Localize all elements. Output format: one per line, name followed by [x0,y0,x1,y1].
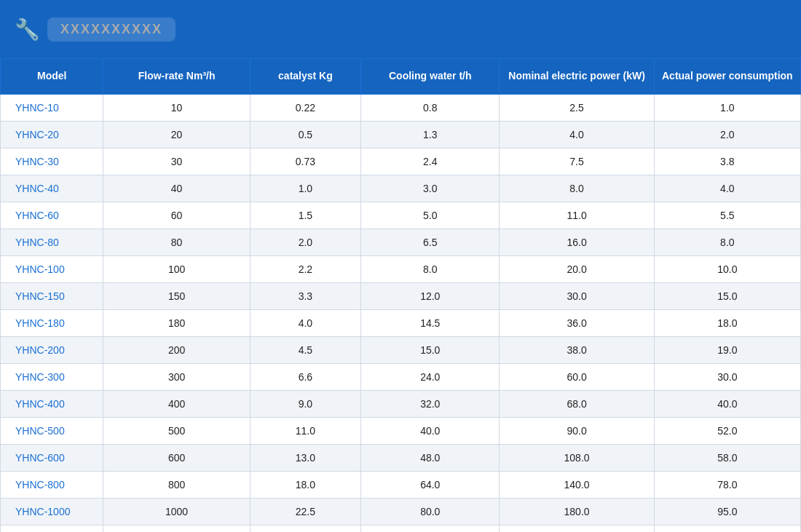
cell-actual: 4.0 [654,175,800,202]
cell-actual: 19.0 [654,336,800,363]
table-row: YHNC-10100.220.82.51.0 [1,94,801,121]
cell-nominal: 350.0 [500,525,654,532]
cell-nominal: 90.0 [500,417,654,444]
cell-cooling: 64.0 [361,471,500,498]
cell-nominal: 8.0 [500,175,654,202]
data-table: Model Flow-rate Nm³/h catalyst Kg Coolin… [0,58,801,532]
cell-actual: 58.0 [654,444,800,471]
cell-model: YHNC-400 [1,390,103,417]
logo-area: 🔧 XXXXXXXXXX [15,17,175,41]
cell-flowrate: 100 [103,255,250,282]
cell-nominal: 20.0 [500,255,654,282]
cell-actual: 1.0 [654,94,800,121]
cell-nominal: 140.0 [500,471,654,498]
table-row: YHNC-30300.732.47.53.8 [1,148,801,175]
cell-cooling: 12.0 [361,282,500,309]
cell-actual: 3.8 [654,148,800,175]
table-row: YHNC-40401.03.08.04.0 [1,175,801,202]
cell-cooling: 48.0 [361,444,500,471]
table-row: YHNC-3003006.624.060.030.0 [1,363,801,390]
cell-cooling: 160.0 [361,525,500,532]
cell-catalyst: 45.0 [250,525,360,532]
cell-flowrate: 30 [103,148,250,175]
cell-nominal: 11.0 [500,202,654,229]
cell-cooling: 5.0 [361,202,500,229]
table-header-row: Model Flow-rate Nm³/h catalyst Kg Coolin… [1,59,801,95]
cell-actual: 95.0 [654,498,800,525]
cell-model: YHNC-500 [1,417,103,444]
cell-model: YHNC-20 [1,121,103,148]
cell-catalyst: 4.5 [250,336,360,363]
cell-actual: 15.0 [654,282,800,309]
cell-actual: 40.0 [654,390,800,417]
cell-flowrate: 300 [103,363,250,390]
cell-flowrate: 180 [103,309,250,336]
table-row: YHNC-20200.51.34.02.0 [1,121,801,148]
cell-flowrate: 600 [103,444,250,471]
cell-cooling: 2.4 [361,148,500,175]
cell-flowrate: 80 [103,229,250,255]
cell-cooling: 1.3 [361,121,500,148]
table-row: YHNC-1501503.312.030.015.0 [1,282,801,309]
cell-catalyst: 13.0 [250,444,360,471]
cell-cooling: 80.0 [361,498,500,525]
col-header-nominal: Nominal electric power (kW) [500,59,654,95]
cell-catalyst: 0.22 [250,94,360,121]
cell-catalyst: 2.0 [250,229,360,255]
cell-catalyst: 9.0 [250,390,360,417]
cell-catalyst: 0.73 [250,148,360,175]
table-row: YHNC-1000100022.580.0180.095.0 [1,498,801,525]
cell-cooling: 24.0 [361,363,500,390]
cell-flowrate: 10 [103,94,250,121]
cell-cooling: 3.0 [361,175,500,202]
cell-model: YHNC-300 [1,363,103,390]
cell-actual: 52.0 [654,417,800,444]
cell-nominal: 60.0 [500,363,654,390]
table-row: YHNC-2002004.515.038.019.0 [1,336,801,363]
cell-catalyst: 0.5 [250,121,360,148]
cell-catalyst: 1.0 [250,175,360,202]
cell-nominal: 68.0 [500,390,654,417]
cell-actual: 2.0 [654,121,800,148]
cell-model: YHNC-100 [1,255,103,282]
cell-flowrate: 2000 [103,525,250,532]
cell-cooling: 40.0 [361,417,500,444]
cell-model: YHNC-200 [1,336,103,363]
cell-model: YHNC-180 [1,309,103,336]
table-row: YHNC-4004009.032.068.040.0 [1,390,801,417]
table-row: YHNC-2000200045.0160.0350.0180.0 [1,525,801,532]
cell-catalyst: 22.5 [250,498,360,525]
cell-nominal: 7.5 [500,148,654,175]
cell-model: YHNC-800 [1,471,103,498]
cell-catalyst: 4.0 [250,309,360,336]
cell-model: YHNC-2000 [1,525,103,532]
cell-nominal: 108.0 [500,444,654,471]
cell-catalyst: 18.0 [250,471,360,498]
cell-flowrate: 200 [103,336,250,363]
col-header-model: Model [1,59,103,95]
cell-model: YHNC-600 [1,444,103,471]
logo-text: XXXXXXXXXX [47,17,175,41]
cell-model: YHNC-40 [1,175,103,202]
cell-model: YHNC-80 [1,229,103,255]
cell-actual: 30.0 [654,363,800,390]
cell-flowrate: 150 [103,282,250,309]
table-row: YHNC-1801804.014.536.018.0 [1,309,801,336]
col-header-actual: Actual power consumption [654,59,800,95]
cell-flowrate: 40 [103,175,250,202]
cell-nominal: 2.5 [500,94,654,121]
cell-nominal: 36.0 [500,309,654,336]
cell-cooling: 0.8 [361,94,500,121]
cell-nominal: 38.0 [500,336,654,363]
cell-model: YHNC-60 [1,202,103,229]
cell-catalyst: 11.0 [250,417,360,444]
cell-catalyst: 2.2 [250,255,360,282]
table-row: YHNC-50050011.040.090.052.0 [1,417,801,444]
cell-nominal: 180.0 [500,498,654,525]
cell-catalyst: 3.3 [250,282,360,309]
table-row: YHNC-60601.55.011.05.5 [1,202,801,229]
table-row: YHNC-80802.06.516.08.0 [1,229,801,255]
cell-actual: 78.0 [654,471,800,498]
cell-model: YHNC-30 [1,148,103,175]
table-container: Model Flow-rate Nm³/h catalyst Kg Coolin… [0,58,801,532]
